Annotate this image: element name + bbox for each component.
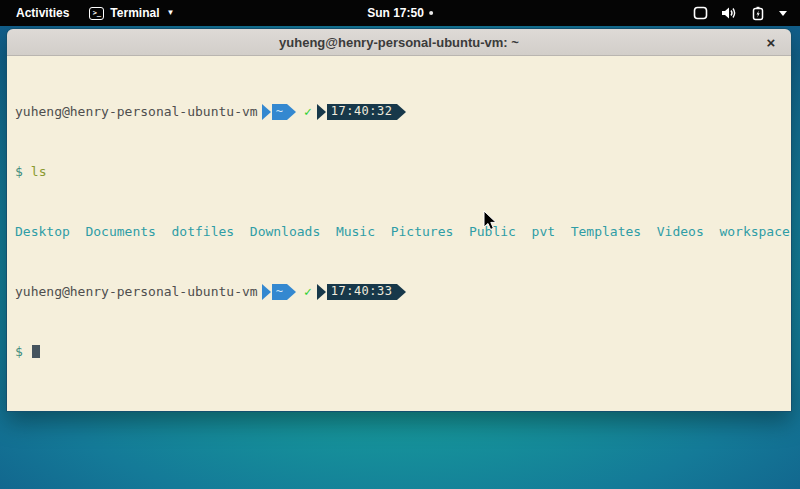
ls-output-line: Desktop Documents dotfiles Downloads Mus…: [15, 224, 791, 239]
app-menu-terminal[interactable]: >_ Terminal ▼: [89, 6, 174, 20]
window-title: yuheng@henry-personal-ubuntu-vm: ~: [279, 35, 519, 50]
prompt-line-1: yuheng@henry-personal-ubuntu-vm ~ ✓ 17:4…: [15, 104, 791, 119]
prompt-path-segment: ~: [272, 284, 287, 300]
top-bar-left: Activities >_ Terminal ▼: [0, 4, 174, 22]
powerline-prompt: ~ ✓ 17:40:32: [262, 104, 407, 120]
app-menu-label: Terminal: [110, 6, 159, 20]
powerline-arrow-icon: [317, 104, 326, 120]
close-button[interactable]: ×: [762, 33, 780, 51]
clock-button[interactable]: Sun 17:50: [367, 0, 433, 26]
prompt-dollar: $: [15, 164, 23, 179]
top-bar: Activities >_ Terminal ▼ Sun 17:50: [0, 0, 800, 26]
prompt-dollar: $: [15, 344, 23, 359]
powerline-arrow-icon: [287, 284, 296, 300]
command-line: $ ls: [15, 164, 791, 179]
typed-command: ls: [31, 164, 47, 179]
powerline-arrow-icon: [397, 284, 406, 300]
powerline-arrow-icon: [397, 104, 406, 120]
prompt-line-2: yuheng@henry-personal-ubuntu-vm ~ ✓ 17:4…: [15, 284, 791, 299]
powerline-arrow-icon: [262, 284, 271, 300]
volume-icon: [721, 6, 738, 20]
clock-label: Sun 17:50: [367, 6, 424, 20]
powerline-arrow-icon: [287, 104, 296, 120]
system-status-area[interactable]: [693, 6, 800, 21]
activities-button[interactable]: Activities: [10, 4, 75, 22]
directory-listing: Desktop Documents dotfiles Downloads Mus…: [15, 224, 790, 239]
wired-network-icon: [693, 6, 708, 20]
terminal-window: yuheng@henry-personal-ubuntu-vm: ~ × yuh…: [6, 28, 792, 412]
powerline-prompt: ~ ✓ 17:40:33: [262, 284, 407, 300]
powerline-arrow-icon: [262, 104, 271, 120]
window-titlebar[interactable]: yuheng@henry-personal-ubuntu-vm: ~ ×: [7, 29, 791, 56]
prompt-time: 17:40:32: [327, 104, 397, 120]
notification-dot-icon: [429, 11, 433, 15]
prompt-user-host: yuheng@henry-personal-ubuntu-vm: [15, 284, 258, 299]
terminal-content[interactable]: yuheng@henry-personal-ubuntu-vm ~ ✓ 17:4…: [7, 56, 791, 411]
terminal-cursor: [32, 345, 40, 358]
powerline-arrow-icon: [317, 284, 326, 300]
terminal-app-icon: >_: [89, 7, 104, 20]
chevron-down-icon: [778, 9, 788, 17]
battery-charging-icon: [751, 6, 765, 21]
status-check-icon: ✓: [304, 284, 312, 299]
status-check-icon: ✓: [304, 104, 312, 119]
prompt-path-segment: ~: [272, 104, 287, 120]
prompt-user-host: yuheng@henry-personal-ubuntu-vm: [15, 104, 258, 119]
app-menu-chevron-icon: ▼: [166, 9, 174, 17]
active-prompt-line: $: [15, 344, 791, 359]
prompt-time: 17:40:33: [327, 284, 397, 300]
